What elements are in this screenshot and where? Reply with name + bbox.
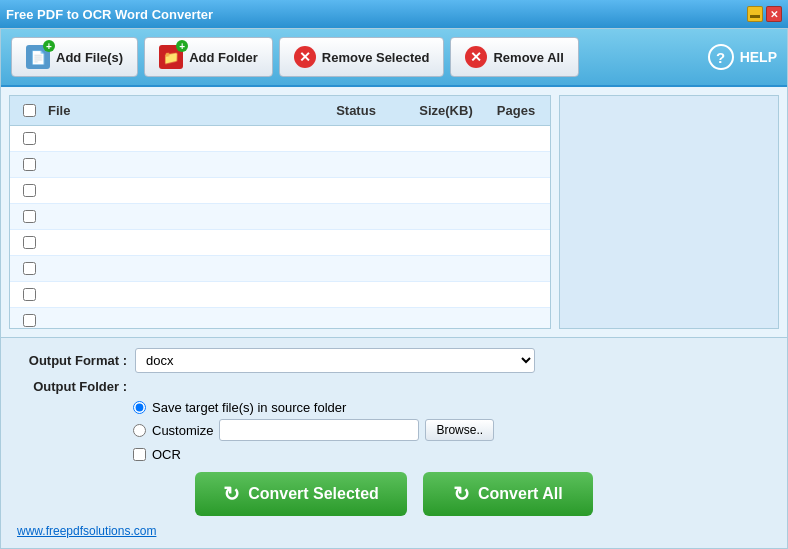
close-button[interactable]: ✕: [766, 6, 782, 22]
main-window: 📄 + Add File(s) 📁 + Add Folder ✕ Remove …: [0, 28, 788, 549]
status-column-header: Status: [306, 103, 406, 118]
table-row: [10, 282, 550, 308]
add-files-button[interactable]: 📄 + Add File(s): [11, 37, 138, 77]
size-column-header: Size(KB): [406, 103, 486, 118]
add-folder-button[interactable]: 📁 + Add Folder: [144, 37, 273, 77]
select-all-checkbox[interactable]: [23, 104, 36, 117]
table-row: [10, 308, 550, 328]
convert-all-label: Convert All: [478, 485, 563, 503]
convert-selected-label: Convert Selected: [248, 485, 379, 503]
remove-all-button[interactable]: ✕ Remove All: [450, 37, 578, 77]
right-panel: [559, 95, 779, 329]
plus-badge-folder-icon: +: [176, 40, 188, 52]
customize-input[interactable]: [219, 419, 419, 441]
ocr-row: OCR: [17, 447, 771, 462]
convert-area: ↻ Convert Selected ↻ Convert All: [17, 472, 771, 516]
remove-selected-icon: ✕: [294, 46, 316, 68]
bottom-wrapper: Output Format : docx doc txt rtf Output …: [1, 337, 787, 548]
browse-label: Browse..: [436, 423, 483, 437]
table-row: [10, 256, 550, 282]
add-files-label: Add File(s): [56, 50, 123, 65]
table-row: [10, 178, 550, 204]
file-panel: File Status Size(KB) Pages: [9, 95, 551, 329]
output-format-row: Output Format : docx doc txt rtf: [17, 348, 771, 373]
file-column-header: File: [44, 103, 306, 118]
title-bar: Free PDF to OCR Word Converter ▬ ✕: [0, 0, 788, 28]
format-select[interactable]: docx doc txt rtf: [135, 348, 535, 373]
customize-label: Customize: [152, 423, 213, 438]
save-source-radio-row: Save target file(s) in source folder: [17, 400, 771, 415]
table-header: File Status Size(KB) Pages: [10, 96, 550, 126]
content-area: File Status Size(KB) Pages: [1, 87, 787, 337]
footer-area: www.freepdfsolutions.com: [17, 522, 771, 538]
help-button[interactable]: ? HELP: [708, 44, 777, 70]
remove-all-icon: ✕: [465, 46, 487, 68]
convert-selected-button[interactable]: ↻ Convert Selected: [195, 472, 407, 516]
output-folder-row: Output Folder :: [17, 379, 771, 394]
add-folder-icon: 📁 +: [159, 45, 183, 69]
convert-all-button[interactable]: ↻ Convert All: [423, 472, 593, 516]
convert-all-icon: ↻: [453, 482, 470, 506]
output-folder-label: Output Folder :: [17, 379, 127, 394]
app-title: Free PDF to OCR Word Converter: [6, 7, 213, 22]
title-bar-title: Free PDF to OCR Word Converter: [6, 7, 213, 22]
customize-radio[interactable]: [133, 424, 146, 437]
convert-selected-icon: ↻: [223, 482, 240, 506]
help-circle-icon: ?: [708, 44, 734, 70]
save-source-label: Save target file(s) in source folder: [152, 400, 346, 415]
table-row: [10, 152, 550, 178]
file-table-body: [10, 126, 550, 328]
table-row: [10, 230, 550, 256]
save-source-radio[interactable]: [133, 401, 146, 414]
toolbar: 📄 + Add File(s) 📁 + Add Folder ✕ Remove …: [1, 29, 787, 87]
browse-button[interactable]: Browse..: [425, 419, 494, 441]
bottom-panel: Output Format : docx doc txt rtf Output …: [1, 337, 787, 548]
output-format-label: Output Format :: [17, 353, 127, 368]
pages-column-header: Pages: [486, 103, 546, 118]
customize-row: Customize Browse..: [17, 419, 771, 441]
remove-selected-label: Remove Selected: [322, 50, 430, 65]
footer-link[interactable]: www.freepdfsolutions.com: [17, 524, 156, 538]
help-label: HELP: [740, 49, 777, 65]
add-files-icon: 📄 +: [26, 45, 50, 69]
select-all-checkbox-container[interactable]: [14, 104, 44, 117]
table-row: [10, 126, 550, 152]
ocr-checkbox[interactable]: [133, 448, 146, 461]
table-row: [10, 204, 550, 230]
plus-badge-icon: +: [43, 40, 55, 52]
remove-selected-button[interactable]: ✕ Remove Selected: [279, 37, 445, 77]
add-folder-label: Add Folder: [189, 50, 258, 65]
minimize-button[interactable]: ▬: [747, 6, 763, 22]
ocr-label: OCR: [152, 447, 181, 462]
title-bar-controls: ▬ ✕: [747, 6, 782, 22]
remove-all-label: Remove All: [493, 50, 563, 65]
